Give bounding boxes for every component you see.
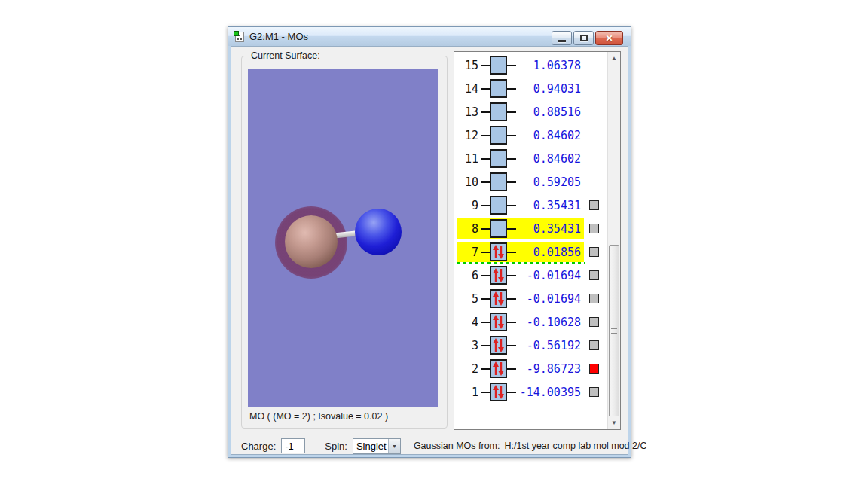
mo-row[interactable]: 9 0.35431 — [454, 194, 607, 217]
scroll-down-button[interactable]: ▼ — [608, 416, 620, 429]
mo-checkbox[interactable] — [589, 317, 599, 327]
mo-number: 1 — [459, 386, 478, 399]
orbital-box[interactable] — [490, 196, 507, 215]
orbital-box[interactable] — [490, 56, 507, 75]
spin-value: Singlet — [353, 441, 388, 452]
spin-combobox[interactable]: Singlet ▼ — [353, 438, 401, 454]
window-title: G2:M1 - MOs — [249, 31, 308, 42]
mo-checkbox[interactable] — [589, 294, 599, 303]
orbital-box[interactable] — [490, 172, 507, 191]
source-text: Gaussian MOs from:H:/1st year comp lab m… — [414, 441, 647, 451]
titlebar[interactable]: G2:M1 - MOs ✕ — [228, 27, 631, 46]
energy-level-line — [507, 65, 516, 66]
electron-pair-arrows-icon — [491, 314, 506, 330]
orbital-box[interactable] — [490, 126, 507, 145]
mo-checkbox[interactable] — [589, 224, 599, 233]
orbital-box[interactable] — [490, 359, 507, 378]
orbital-box[interactable] — [490, 383, 507, 401]
mo-row[interactable]: 1 -14.00395 — [454, 380, 607, 404]
atom-blue-sphere[interactable] — [355, 209, 402, 255]
mo-number: 11 — [459, 152, 478, 166]
orbital-box[interactable] — [490, 102, 507, 121]
mo-energy: 0.35431 — [516, 199, 581, 212]
mo-row-main[interactable]: 3 -0.56192 — [457, 335, 584, 355]
mo-row[interactable]: 5 -0.01694 — [454, 287, 607, 310]
mo-row[interactable]: 10 0.59205 — [454, 170, 607, 194]
mo-row[interactable]: 12 0.84602 — [454, 124, 607, 147]
energy-level-line — [481, 135, 490, 136]
mo-row-main[interactable]: 13 0.88516 — [457, 102, 584, 122]
mo-number: 6 — [459, 269, 478, 282]
orbital-box[interactable] — [490, 266, 507, 285]
scrollbar[interactable]: ▲ ▼ — [607, 52, 620, 429]
orbital-box[interactable] — [490, 79, 507, 98]
mo-row-main[interactable]: 12 0.84602 — [457, 125, 584, 145]
energy-level-line — [481, 392, 490, 393]
mo-number: 4 — [459, 316, 478, 329]
mo-row-main[interactable]: 10 0.59205 — [457, 172, 584, 192]
mo-row-main[interactable]: 7 0.01856 — [457, 242, 584, 262]
orbital-box[interactable] — [490, 289, 507, 308]
orbital-box[interactable] — [490, 313, 507, 331]
mo-number: 8 — [459, 222, 478, 236]
orbital-box[interactable] — [490, 242, 507, 261]
energy-level-line — [481, 252, 490, 253]
electron-pair-arrows-icon — [491, 361, 506, 377]
mo-energy: -0.56192 — [516, 339, 581, 352]
mo-row-main[interactable]: 1 -14.00395 — [457, 382, 584, 402]
mo-row[interactable]: 7 0.01856 — [454, 240, 607, 264]
groupbox-label: Current Surface: — [248, 50, 323, 61]
scroll-thumb[interactable] — [609, 245, 619, 418]
window-client-area: Current Surface: MO ( (MO = 2) ; Isovalu… — [231, 46, 628, 455]
atom-brown-sphere[interactable] — [285, 215, 338, 268]
mo-row-main[interactable]: 6 -0.01694 — [457, 265, 584, 285]
mo-row-main[interactable]: 11 0.84602 — [457, 148, 584, 169]
mo-checkbox[interactable] — [589, 364, 599, 374]
orbital-box[interactable] — [490, 149, 507, 168]
mo-row[interactable]: 15 1.06378 — [454, 53, 607, 77]
mo-checkbox[interactable] — [589, 387, 599, 397]
mo-rows-container: 15 1.06378 14 — [454, 53, 607, 429]
energy-level-line — [481, 65, 490, 66]
energy-level-line — [481, 228, 490, 230]
mo-checkbox[interactable] — [589, 247, 599, 257]
mo-number: 12 — [459, 129, 478, 142]
mo-row[interactable]: 13 0.88516 — [454, 100, 607, 124]
mo-checkbox[interactable] — [589, 200, 599, 210]
mo-row-main[interactable]: 8 0.35431 — [457, 218, 584, 239]
mo-energy: 0.01856 — [516, 246, 581, 259]
mo-row[interactable]: 8 0.35431 — [454, 217, 607, 240]
mo-row-main[interactable]: 15 1.06378 — [457, 55, 584, 75]
combo-dropdown-button[interactable]: ▼ — [388, 439, 400, 453]
mo-number: 9 — [459, 199, 478, 212]
molecule-viewport[interactable] — [248, 69, 438, 407]
minimize-button[interactable] — [552, 31, 572, 45]
orbital-box[interactable] — [490, 219, 507, 238]
scroll-up-button[interactable]: ▲ — [608, 52, 620, 65]
mo-energy: -0.01694 — [516, 269, 581, 282]
scroll-grip-icon — [611, 328, 617, 334]
mo-row[interactable]: 11 0.84602 — [454, 147, 607, 170]
mo-checkbox[interactable] — [589, 340, 599, 350]
energy-level-line — [507, 158, 516, 160]
mo-number: 3 — [459, 339, 478, 352]
mo-row[interactable]: 2 -9.86723 — [454, 357, 607, 380]
mo-row-main[interactable]: 14 0.94031 — [457, 78, 584, 99]
mo-checkbox[interactable] — [589, 270, 599, 280]
close-button[interactable]: ✕ — [595, 31, 623, 45]
mo-row[interactable]: 4 -0.10628 — [454, 310, 607, 334]
mo-row-main[interactable]: 4 -0.10628 — [457, 312, 584, 332]
mo-row-main[interactable]: 2 -9.86723 — [457, 358, 584, 379]
mo-row-main[interactable]: 5 -0.01694 — [457, 288, 584, 309]
mo-energy: 0.84602 — [516, 129, 581, 142]
maximize-button[interactable] — [573, 31, 594, 45]
mo-row[interactable]: 14 0.94031 — [454, 77, 607, 100]
energy-level-line — [507, 368, 516, 370]
mo-row[interactable]: 3 -0.56192 — [454, 334, 607, 357]
charge-input[interactable] — [281, 438, 305, 453]
mo-row-main[interactable]: 9 0.35431 — [457, 195, 584, 215]
energy-level-line — [507, 322, 516, 323]
mo-row[interactable]: 6 -0.01694 — [454, 264, 607, 287]
electron-pair-arrows-icon — [491, 384, 506, 400]
orbital-box[interactable] — [490, 336, 507, 355]
